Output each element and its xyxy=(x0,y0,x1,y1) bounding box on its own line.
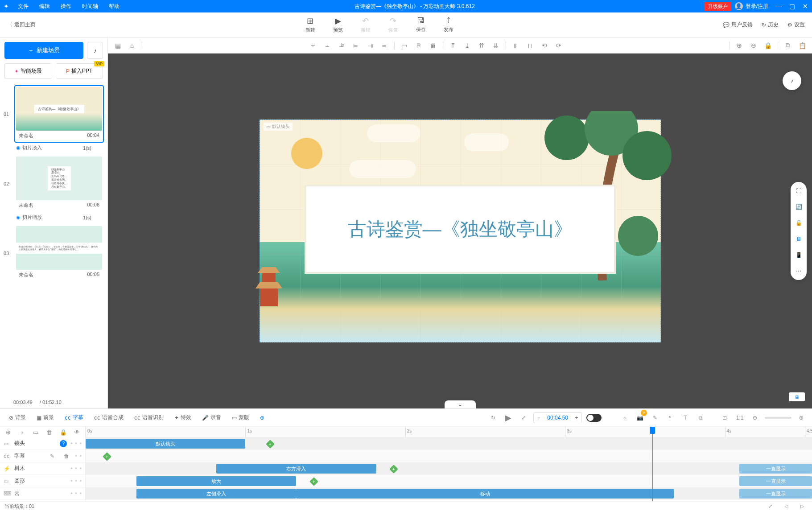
clip-circle-zoom[interactable]: 放大 xyxy=(136,476,296,486)
scene-item[interactable]: 02 独坐敬亭山 唐·李白 众鸟高飞尽， 孤云独去闲。 相看两不厌， 只有敬亭山… xyxy=(4,155,104,223)
time-decrease-button[interactable]: − xyxy=(534,413,544,423)
transition-row[interactable]: ◉切片缩放 1(s) xyxy=(4,212,104,223)
menu-timeline[interactable]: 时间轴 xyxy=(77,0,103,12)
tab-subtitle[interactable]: ᴄᴄ字幕 xyxy=(61,411,87,424)
trash-track-button[interactable]: 🗑 xyxy=(61,451,72,462)
clip-tree-show[interactable]: 一直显示 xyxy=(739,464,812,474)
dist-h-button[interactable]: ⫼ xyxy=(510,39,522,52)
paste-button[interactable]: 📋 xyxy=(796,39,808,52)
align-v-bottom-button[interactable]: ⫡ xyxy=(335,39,348,52)
scene-thumbnail[interactable]: 作者介绍 李白（701年－762年），字太白，号青莲居士，又号"谪仙人"，唐代伟… xyxy=(14,224,104,282)
folder-button[interactable]: ▭ xyxy=(31,427,41,437)
feedback-button[interactable]: 💬 用户反馈 xyxy=(723,21,753,29)
add-keyframe-button[interactable]: + xyxy=(309,477,318,486)
rotate-left-button[interactable]: ⟲ xyxy=(538,39,551,52)
align-h-right-button[interactable]: ⫤ xyxy=(378,39,391,52)
scroll-right-button[interactable]: ▷ xyxy=(797,501,808,511)
redo-button[interactable]: ↷ 恢复 xyxy=(388,16,398,33)
clip-cloud-show[interactable]: 一直显示 xyxy=(739,489,812,499)
scroll-left-button[interactable]: ◁ xyxy=(781,501,791,511)
bring-front-button[interactable]: ⇈ xyxy=(475,39,488,52)
menu-help[interactable]: 帮助 xyxy=(103,0,125,12)
zoom-out-button[interactable]: ⊖ xyxy=(747,39,760,52)
play-button[interactable]: ▶ xyxy=(503,412,514,423)
edit-button[interactable]: ✎ xyxy=(650,412,660,423)
layer-button[interactable]: ▭ xyxy=(398,39,411,52)
toggle-switch[interactable] xyxy=(586,414,602,422)
delete-track-button[interactable]: 🗑 xyxy=(45,427,54,437)
new-scene-button[interactable]: ＋ 新建场景 xyxy=(4,42,83,59)
filter-button[interactable]: ⫯ xyxy=(665,412,676,423)
preview-button[interactable]: ▶ 预览 xyxy=(333,16,343,33)
marker-button[interactable]: ⊡ xyxy=(719,412,730,423)
clip-circle-show[interactable]: 一直显示 xyxy=(739,476,812,486)
tab-tts[interactable]: ᴄᴄ语音合成 xyxy=(91,411,127,424)
new-button[interactable]: ⊞ 新建 xyxy=(305,16,315,33)
bring-forward-button[interactable]: ⤒ xyxy=(447,39,459,52)
more-button[interactable]: ⋯ xyxy=(792,265,805,277)
minimize-button[interactable]: — xyxy=(772,3,785,10)
tab-foreground[interactable]: ▦前景 xyxy=(33,411,58,424)
track-label-circle[interactable]: ▭ 圆形 ••• xyxy=(0,475,85,487)
add-track-button[interactable]: ⊕ xyxy=(4,427,13,437)
cloud-shape[interactable] xyxy=(464,133,509,151)
menu-operate[interactable]: 操作 xyxy=(55,0,77,12)
timeline-tracks[interactable]: 0s 1s 2s 3s 4s 4.5s 默认镜头 + + 右方滑入 + 一直显示 xyxy=(86,427,812,501)
track-label-subtitle[interactable]: ᴄᴄ 字幕 ✎ 🗑 •• xyxy=(0,450,85,462)
ai-scene-button[interactable]: ✦ 智能场景 xyxy=(4,63,52,79)
menu-file[interactable]: 文件 xyxy=(12,0,34,12)
clip-camera[interactable]: 默认镜头 xyxy=(86,439,245,449)
tab-asr[interactable]: ᴄᴄ语音识别 xyxy=(131,411,167,424)
upgrade-button[interactable]: 升级账户 xyxy=(705,2,731,11)
settings-button[interactable]: ⚙ 设置 xyxy=(787,21,805,29)
zoom-slider[interactable] xyxy=(765,417,791,419)
link-button[interactable]: ⧉ xyxy=(695,412,706,423)
tab-background[interactable]: ⊘背景 xyxy=(5,411,29,424)
collapse-handle[interactable]: ⌄ xyxy=(445,400,476,408)
zoom-out-tl-button[interactable]: ⊖ xyxy=(750,412,760,423)
track-row[interactable]: 左侧滑入 移动 一直显示 xyxy=(86,487,812,500)
transition-row[interactable]: ◉切片淡入 1(s) xyxy=(4,143,104,153)
track-label-cloud[interactable]: ⌨ 云 ••• xyxy=(0,487,85,500)
lock-button[interactable]: 🔒 xyxy=(762,39,774,52)
music-fab-button[interactable]: ♪ xyxy=(783,71,801,90)
send-backward-button[interactable]: ⤓ xyxy=(461,39,474,52)
cloud-shape[interactable] xyxy=(367,124,420,142)
cloud-shape[interactable] xyxy=(349,160,416,178)
track-row[interactable]: 放大 + 一直显示 xyxy=(86,475,812,487)
rewind-button[interactable]: ↻ xyxy=(488,412,499,423)
pagoda-shape[interactable] xyxy=(251,262,287,306)
tab-add[interactable]: ⊕ xyxy=(256,412,268,424)
new-layer-button[interactable]: ▫ xyxy=(17,427,27,437)
scene-thumbnail[interactable]: 独坐敬亭山 唐·李白 众鸟高飞尽， 孤云独去闲。 相看两不厌， 只有敬亭山。 未… xyxy=(14,155,104,212)
add-keyframe-button[interactable]: + xyxy=(103,452,111,461)
dist-v-button[interactable]: ⫼ xyxy=(524,39,536,52)
zoom-indicator[interactable]: 🖥 xyxy=(789,392,805,401)
align-v-center-button[interactable]: ⫠ xyxy=(321,39,334,52)
text-button[interactable]: T xyxy=(680,412,691,423)
time-increase-button[interactable]: + xyxy=(572,413,581,423)
clip-cloud-move[interactable]: 移动 xyxy=(296,489,674,499)
help-icon[interactable]: ? xyxy=(60,440,67,447)
align-v-top-button[interactable]: ⫟ xyxy=(307,39,319,52)
expand-up-button[interactable]: ⤢ xyxy=(765,501,775,511)
history-button[interactable]: ↻ 历史 xyxy=(762,21,779,29)
tab-effects[interactable]: ✦特效 xyxy=(171,411,195,424)
login-button[interactable]: 👤 登录/注册 xyxy=(731,2,772,10)
undo-button[interactable]: ↶ 撤销 xyxy=(361,16,371,33)
maximize-button[interactable]: ▢ xyxy=(785,3,799,10)
scene-item[interactable]: 01 古诗鉴赏—《独坐敬亭山》 未命名 00:04 ◉切片淡入 1(s) xyxy=(4,85,104,153)
track-label-camera[interactable]: ▭ 镜头 ? ••• xyxy=(0,437,85,450)
send-back-button[interactable]: ⇊ xyxy=(490,39,502,52)
copy-button[interactable]: ⎘ xyxy=(412,39,425,52)
track-row[interactable]: 默认镜头 + xyxy=(86,437,812,450)
title-box[interactable]: 古诗鉴赏—《独坐敬亭山》 xyxy=(305,185,616,274)
close-button[interactable]: ✕ xyxy=(799,3,812,10)
playhead[interactable] xyxy=(652,427,653,501)
add-keyframe-button[interactable]: + xyxy=(389,465,398,474)
duplicate-button[interactable]: ⧉ xyxy=(782,39,794,52)
save-button[interactable]: 🖫 保存 xyxy=(416,16,426,33)
delete-button[interactable]: 🗑 xyxy=(427,39,439,52)
sun-shape[interactable] xyxy=(291,138,322,169)
fit-screen-button[interactable]: ⛶ xyxy=(792,185,805,197)
